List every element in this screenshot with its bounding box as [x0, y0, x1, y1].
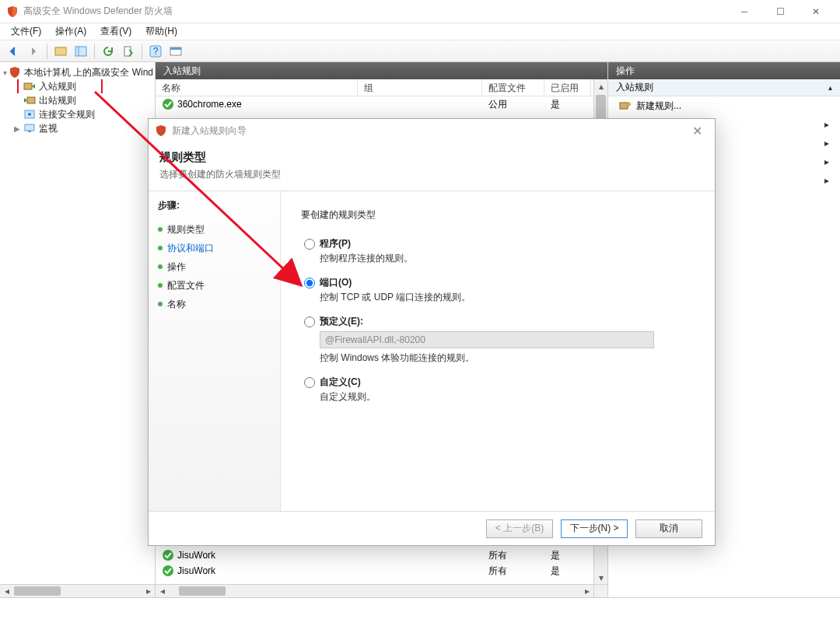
- step-dot-icon: [158, 246, 163, 250]
- tree-item-label: 监视: [39, 122, 58, 135]
- scroll-corner: [593, 584, 607, 597]
- outbound-rules-icon: [23, 94, 36, 107]
- toolbar-scope-icon[interactable]: [52, 43, 69, 60]
- dialog-content: 要创建的规则类型 程序(P) 控制程序连接的规则。 端口(O) 控制 TCP 或…: [281, 191, 715, 511]
- menu-view[interactable]: 查看(V): [94, 23, 138, 40]
- toolbar-refresh-icon[interactable]: [100, 43, 117, 60]
- action-label: 新建规则...: [636, 100, 681, 113]
- nav-forward-button[interactable]: [25, 43, 42, 60]
- cancel-button[interactable]: 取消: [635, 519, 702, 538]
- radio-port[interactable]: 端口(O): [304, 276, 695, 289]
- scroll-left-icon[interactable]: ◂: [0, 585, 13, 597]
- menu-help[interactable]: 帮助(H): [139, 23, 184, 40]
- tree-item-label: 出站规则: [39, 94, 76, 107]
- shield-icon: [6, 5, 19, 18]
- table-row[interactable]: JisuWork 所有 是: [156, 563, 607, 579]
- svg-rect-1: [75, 47, 86, 56]
- scroll-down-icon[interactable]: ▾: [594, 571, 607, 584]
- cell-enabled: 是: [544, 98, 591, 111]
- tree-item-monitor[interactable]: ▶ 监视: [2, 121, 153, 135]
- toolbar-details-icon[interactable]: [72, 43, 89, 60]
- back-button[interactable]: < 上一步(B): [486, 519, 553, 538]
- radio-program[interactable]: 程序(P): [304, 237, 695, 250]
- toolbar-help-icon[interactable]: ?: [147, 43, 164, 60]
- column-profile[interactable]: 配置文件: [482, 79, 544, 96]
- tree-item-outbound[interactable]: 出站规则: [2, 93, 153, 107]
- svg-rect-18: [620, 103, 628, 109]
- scrollbar-thumb[interactable]: [179, 586, 226, 596]
- menubar: 文件(F) 操作(A) 查看(V) 帮助(H): [0, 23, 840, 40]
- menu-action[interactable]: 操作(A): [49, 23, 93, 40]
- cell-profile: 所有: [482, 549, 544, 562]
- table-row[interactable]: JisuWork 所有 是: [156, 547, 607, 563]
- menu-file[interactable]: 文件(F): [5, 23, 47, 40]
- toolbar-app-icon[interactable]: [167, 43, 184, 60]
- scroll-right-icon[interactable]: ▸: [580, 585, 593, 597]
- option-title: 预定义(E):: [320, 315, 363, 328]
- shield-icon: [9, 66, 21, 79]
- next-button[interactable]: 下一步(N) >: [561, 519, 628, 538]
- dialog-header: 规则类型 选择要创建的防火墙规则类型: [149, 142, 715, 191]
- svg-rect-0: [55, 47, 66, 55]
- list-columns: 名称 组 配置文件 已启用: [156, 79, 607, 96]
- radio-predefined[interactable]: 预定义(E):: [304, 315, 695, 328]
- scroll-up-icon[interactable]: ▴: [594, 79, 607, 93]
- tree-horizontal-scrollbar[interactable]: ◂ ▸: [0, 584, 155, 597]
- predefined-combobox[interactable]: @FirewallAPI.dll,-80200: [320, 331, 654, 348]
- step-action[interactable]: 操作: [158, 257, 280, 276]
- statusbar: [0, 597, 840, 613]
- actions-header: 操作: [608, 62, 840, 79]
- radio-custom[interactable]: 自定义(C): [304, 376, 695, 389]
- list-horizontal-scrollbar[interactable]: ◂ ▸: [156, 584, 593, 597]
- tree-pane: ▾ 本地计算机 上的高级安全 Wind 入站规则 出站规则 连接安全规则 ▶ 监…: [0, 62, 156, 597]
- allow-icon: [162, 98, 174, 110]
- tree-root[interactable]: ▾ 本地计算机 上的高级安全 Wind: [2, 65, 153, 79]
- option-desc: 控制 Windows 体验功能连接的规则。: [304, 351, 695, 365]
- toolbar-export-icon[interactable]: [120, 43, 137, 60]
- step-rule-type[interactable]: 规则类型: [158, 220, 280, 239]
- window-title: 高级安全 Windows Defender 防火墙: [23, 5, 726, 18]
- dialog-heading: 规则类型: [159, 150, 704, 165]
- scroll-right-icon[interactable]: ▸: [142, 585, 155, 597]
- collapse-icon[interactable]: ▴: [828, 83, 832, 92]
- step-label: 操作: [167, 261, 186, 274]
- option-port: 端口(O) 控制 TCP 或 UDP 端口连接的规则。: [301, 276, 695, 304]
- new-rule-wizard-dialog: 新建入站规则向导 ✕ 规则类型 选择要创建的防火墙规则类型 步骤: 规则类型 协…: [148, 118, 716, 546]
- close-button[interactable]: ✕: [798, 0, 834, 23]
- cell-name: JisuWork: [177, 565, 215, 576]
- toolbar-separator: [142, 44, 142, 59]
- connection-security-icon: [23, 108, 36, 121]
- dialog-close-button[interactable]: ✕: [685, 124, 709, 138]
- step-label: 名称: [167, 298, 186, 311]
- step-name[interactable]: 名称: [158, 295, 280, 313]
- column-name[interactable]: 名称: [156, 79, 358, 96]
- shield-icon: [155, 124, 167, 137]
- minimize-button[interactable]: ─: [726, 0, 762, 23]
- maximize-button[interactable]: ☐: [762, 0, 798, 23]
- step-protocol-port[interactable]: 协议和端口: [158, 239, 280, 257]
- table-row[interactable]: 360chrome.exe 公用 是: [156, 96, 607, 112]
- radio-custom-input[interactable]: [304, 377, 315, 388]
- nav-back-button[interactable]: [5, 43, 22, 60]
- tree-item-connection-security[interactable]: 连接安全规则: [2, 107, 153, 121]
- chevron-down-icon[interactable]: ▾: [3, 68, 7, 77]
- radio-predefined-input[interactable]: [304, 316, 315, 327]
- predefined-value: @FirewallAPI.dll,-80200: [325, 334, 425, 345]
- chevron-right-icon[interactable]: ▶: [12, 124, 22, 133]
- scroll-left-icon[interactable]: ◂: [156, 585, 169, 597]
- tree-item-label: 连接安全规则: [39, 108, 95, 121]
- wizard-steps: 步骤: 规则类型 协议和端口 操作 配置文件 名称: [149, 191, 281, 511]
- svg-text:?: ?: [153, 46, 159, 57]
- cell-name: JisuWork: [177, 550, 215, 561]
- column-enabled[interactable]: 已启用: [544, 79, 591, 96]
- svg-point-14: [163, 99, 173, 110]
- radio-port-input[interactable]: [304, 278, 315, 289]
- column-group[interactable]: 组: [358, 79, 482, 96]
- actions-section-title[interactable]: 入站规则 ▴: [608, 79, 840, 96]
- scrollbar-thumb[interactable]: [14, 586, 61, 596]
- step-profile[interactable]: 配置文件: [158, 276, 280, 295]
- action-new-rule[interactable]: 新建规则...: [608, 96, 840, 115]
- window-titlebar: 高级安全 Windows Defender 防火墙 ─ ☐ ✕: [0, 0, 840, 23]
- radio-program-input[interactable]: [304, 239, 315, 250]
- tree-item-inbound[interactable]: 入站规则: [2, 79, 153, 93]
